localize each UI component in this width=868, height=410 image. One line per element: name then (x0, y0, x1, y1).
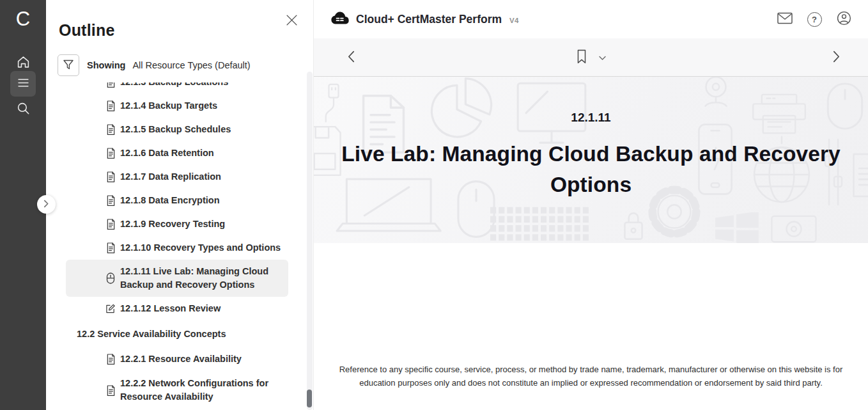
account-button[interactable] (836, 12, 851, 27)
previous-page-button[interactable] (333, 38, 369, 77)
outline-item-label: 12.1.6 Data Retention (120, 146, 214, 160)
course-version-badge: V4 (509, 17, 519, 24)
main-header: Cloud+ CertMaster Perform V4 ? (314, 0, 868, 38)
chevron-left-icon (348, 51, 355, 65)
course-brand: Cloud+ CertMaster Perform V4 (330, 11, 519, 28)
panel-expand-button[interactable] (37, 195, 56, 214)
home-icon (17, 56, 30, 71)
mail-icon (777, 12, 793, 26)
outline-item-label: 12.1.9 Recovery Testing (120, 217, 225, 231)
doodle-lock-icon (622, 209, 645, 243)
doodle-windows-icon (714, 212, 760, 243)
doodle-disc-drive-icon (769, 214, 819, 243)
outline-item[interactable]: 12.1.10 Recovery Types and Options (66, 236, 288, 260)
document-icon (105, 147, 116, 159)
outline-scroll-viewport: 12.1.3 Backup Locations12.1.4 Backup Tar… (46, 83, 307, 410)
bookmark-menu-button[interactable] (598, 53, 606, 63)
filter-value[interactable]: All Resource Types (Default) (132, 60, 250, 70)
outline-item-label: 12.1.4 Backup Targets (120, 99, 217, 113)
document-icon (105, 83, 116, 88)
outline-section-heading[interactable]: 12.2 Service Availability Concepts (66, 320, 288, 347)
doodle-keyboard-icon (488, 205, 591, 243)
outline-item-label: 12.1.10 Recovery Types and Options (120, 241, 281, 255)
lesson-banner: 12.1.11 Live Lab: Managing Cloud Backup … (314, 77, 868, 243)
sidebar-item-search[interactable] (10, 97, 36, 122)
disclaimer-text: Reference to any specific course, servic… (338, 363, 844, 390)
document-icon (105, 353, 116, 365)
edit-icon (105, 303, 116, 315)
outline-item-label: 12.1.8 Data Encryption (120, 194, 220, 207)
chevron-down-icon (598, 53, 606, 63)
outline-close-button[interactable] (285, 15, 298, 28)
document-icon (105, 194, 116, 207)
next-page-button[interactable] (818, 38, 854, 77)
outline-item[interactable]: 12.1.4 Backup Targets (66, 94, 288, 118)
chevron-right-icon (43, 200, 49, 210)
outline-item-label: 12.2 Service Availability Concepts (77, 327, 226, 341)
sidebar-item-outline[interactable] (10, 71, 36, 97)
filter-showing-label: Showing (87, 60, 125, 70)
bookmark-button[interactable] (576, 49, 587, 66)
outline-item-label: 12.2.2 Network Configurations for Resour… (120, 377, 288, 404)
outline-item[interactable]: 12.1.3 Backup Locations (66, 83, 288, 94)
lesson-title: Live Lab: Managing Cloud Backup and Reco… (332, 139, 850, 200)
outline-item-label: 12.1.3 Backup Locations (120, 83, 228, 89)
lesson-number: 12.1.11 (314, 111, 868, 125)
outline-item-label: 12.1.11 Live Lab: Managing Cloud Backup … (120, 265, 288, 292)
outline-item[interactable]: 12.1.9 Recovery Testing (66, 212, 288, 236)
outline-scrollbar-track[interactable] (307, 72, 313, 410)
outline-item[interactable]: 12.1.5 Backup Schedules (66, 118, 288, 141)
outline-item[interactable]: 12.2.2 Network Configurations for Resour… (66, 371, 288, 409)
account-icon (837, 11, 851, 28)
document-icon (105, 242, 116, 254)
document-icon (105, 171, 116, 183)
outline-item-label: 12.1.12 Lesson Review (120, 302, 221, 315)
document-icon (105, 218, 116, 230)
outline-item-label: 12.2.1 Resource Availability (120, 352, 242, 366)
document-icon (105, 100, 116, 112)
outline-list: 12.1.3 Backup Locations12.1.4 Backup Tar… (46, 83, 307, 409)
document-icon (105, 123, 116, 136)
comptia-logo: C (0, 5, 46, 33)
app-root: C Outline (0, 0, 868, 410)
mouse-icon (105, 272, 116, 285)
lesson-toolbar (314, 38, 868, 77)
help-button[interactable]: ? (807, 12, 822, 27)
outline-item[interactable]: 12.2.1 Resource Availability (66, 347, 288, 371)
outline-item-label: 12.1.5 Backup Schedules (120, 123, 231, 136)
resource-filter-row: Showing All Resource Types (Default) (58, 54, 251, 76)
outline-item[interactable]: 12.1.12 Lesson Review (66, 297, 288, 320)
outline-panel: Outline Showing All Resource Types (Defa… (46, 0, 313, 410)
banner-content: 12.1.11 Live Lab: Managing Cloud Backup … (314, 77, 868, 200)
search-icon (17, 102, 30, 118)
course-title: Cloud+ CertMaster Perform (356, 13, 502, 26)
filter-funnel-icon (62, 58, 75, 73)
cloud-icon (330, 11, 350, 28)
outline-menu-icon (17, 78, 29, 90)
outline-item[interactable]: 12.1.8 Data Encryption (66, 189, 288, 212)
bookmark-icon (576, 56, 587, 66)
outline-item[interactable]: 12.1.6 Data Retention (66, 141, 288, 165)
outline-item[interactable]: 12.1.11 Live Lab: Managing Cloud Backup … (66, 260, 288, 297)
bookmark-controls (576, 38, 606, 77)
outline-item-label: 12.1.7 Data Replication (120, 170, 221, 184)
outline-scrollbar-thumb[interactable] (307, 390, 312, 407)
document-icon (105, 384, 116, 397)
filter-button[interactable] (58, 54, 79, 76)
help-icon: ? (807, 12, 822, 27)
messages-button[interactable] (777, 12, 793, 27)
outline-panel-title: Outline (59, 21, 115, 40)
outline-item[interactable]: 12.1.7 Data Replication (66, 165, 288, 189)
chevron-right-icon (833, 51, 840, 65)
header-actions: ? (777, 12, 851, 27)
close-icon (286, 14, 298, 28)
lesson-body: Reference to any specific course, servic… (314, 243, 868, 410)
main-area: Cloud+ CertMaster Perform V4 ? (313, 0, 868, 410)
